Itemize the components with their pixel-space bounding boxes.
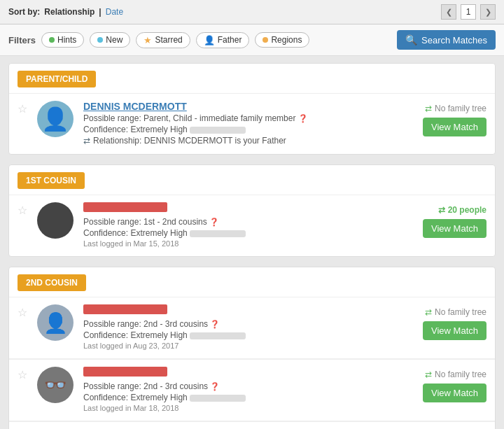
right-col-cousin2b: ⇄ No family tree View Match bbox=[423, 367, 486, 402]
prev-page-button[interactable]: ❮ bbox=[441, 4, 456, 20]
match-card-cousin2a: ☆ 👤 Possible range: 2nd - 3rd cousins ❓ … bbox=[9, 297, 495, 358]
pagination: ❮ 1 ❯ bbox=[441, 4, 496, 20]
filter-hints-label: Hints bbox=[57, 35, 76, 45]
sort-date[interactable]: Date bbox=[106, 7, 123, 17]
star-col-dennis: ☆ bbox=[18, 101, 30, 115]
question-icon-cousin2b[interactable]: ❓ bbox=[210, 382, 220, 391]
star-cousin2a[interactable]: ☆ bbox=[18, 307, 27, 318]
avatar-col-cousin2b: 👓 bbox=[37, 367, 76, 403]
view-match-dennis[interactable]: View Match bbox=[423, 118, 486, 136]
star-cousin1a[interactable]: ☆ bbox=[18, 204, 27, 216]
sort-by-label: Sort by: bbox=[8, 7, 40, 17]
relationship-line-dennis: ⇄ Relationship: DENNIS MCDERMOTT is your… bbox=[83, 136, 416, 146]
tree-icon-dennis: ⇄ bbox=[425, 104, 432, 113]
regions-dot-icon bbox=[262, 37, 268, 43]
info-col-cousin2a: Possible range: 2nd - 3rd cousins ❓ Conf… bbox=[83, 304, 416, 350]
avatar-col-cousin2a: 👤 bbox=[37, 304, 76, 341]
tree-icon-cousin2b: ⇄ bbox=[425, 370, 432, 379]
filter-hints[interactable]: Hints bbox=[41, 32, 84, 48]
redacted-name-cousin1a bbox=[83, 202, 167, 212]
possible-range-cousin2b: Possible range: 2nd - 3rd cousins ❓ bbox=[83, 381, 416, 391]
avatar-dennis: 👤 bbox=[37, 101, 74, 137]
question-icon-dennis[interactable]: ❓ bbox=[298, 114, 308, 122]
confidence-cousin2a: Confidence: Extremely High bbox=[83, 330, 416, 340]
match-card-cousin2c: ☆ 👤 Possible range: 2nd - 3rd cousins ❓ … bbox=[9, 421, 495, 429]
people-icon-cousin1a: ⇄ bbox=[438, 205, 445, 215]
avatar-silhouette-icon-cousin2a: 👤 bbox=[43, 311, 68, 335]
possible-range-cousin2a: Possible range: 2nd - 3rd cousins ❓ bbox=[83, 319, 416, 329]
page-number: 1 bbox=[461, 4, 476, 20]
match-card-dennis: ☆ 👤 DENNIS MCDERMOTT Possible range: Par… bbox=[9, 93, 495, 154]
confidence-cousin2b: Confidence: Extremely High bbox=[83, 393, 416, 402]
sort-separator: | bbox=[99, 7, 101, 17]
match-card-cousin1a: ☆ Possible range: 1st - 2nd cousins ❓ Co… bbox=[9, 195, 495, 256]
right-col-cousin1a: ⇄ 20 people View Match bbox=[423, 202, 486, 238]
starred-star-icon: ★ bbox=[144, 35, 152, 45]
filter-father[interactable]: 👤 Father bbox=[196, 32, 250, 48]
filter-father-label: Father bbox=[218, 35, 242, 45]
sort-bar: Sort by: Relationship | Date ❮ 1 ❯ bbox=[0, 0, 504, 24]
new-dot-icon bbox=[97, 37, 103, 43]
confidence-bar-cousin2a bbox=[190, 332, 246, 339]
last-logged-cousin2a: Last logged in Aug 23, 2017 bbox=[83, 342, 416, 350]
filter-starred[interactable]: ★ Starred bbox=[136, 32, 190, 48]
search-icon: 🔍 bbox=[405, 34, 417, 45]
tree-label-cousin2b: ⇄ No family tree bbox=[425, 370, 486, 379]
avatar-cousin2a: 👤 bbox=[37, 304, 74, 341]
star-col-cousin1a: ☆ bbox=[18, 202, 30, 217]
filter-regions[interactable]: Regions bbox=[255, 32, 309, 48]
filter-bar: Filters Hints New ★ Starred 👤 Father Reg… bbox=[0, 24, 504, 56]
section-header-parent-child: PARENT/CHILD bbox=[18, 71, 96, 87]
possible-range-dennis: Possible range: Parent, Child - immediat… bbox=[83, 113, 416, 123]
match-card-cousin2b: ☆ 👓 Possible range: 2nd - 3rd cousins ❓ … bbox=[9, 359, 495, 421]
section-parent-child: PARENT/CHILD ☆ 👤 DENNIS MCDERMOTT Possib… bbox=[8, 63, 496, 155]
avatar-col-cousin1a bbox=[37, 202, 76, 239]
avatar-cousin2b: 👓 bbox=[37, 367, 74, 403]
section-first-cousin: 1ST COUSIN ☆ Possible range: 1st - 2nd c… bbox=[8, 164, 496, 257]
next-page-button[interactable]: ❯ bbox=[480, 4, 496, 20]
star-col-cousin2a: ☆ bbox=[18, 304, 30, 319]
view-match-cousin1a[interactable]: View Match bbox=[423, 219, 486, 238]
filter-new[interactable]: New bbox=[90, 32, 130, 48]
section-header-second-cousin: 2ND COUSIN bbox=[18, 274, 86, 291]
avatar-cousin1a bbox=[37, 202, 74, 239]
last-logged-cousin1a: Last logged in Mar 15, 2018 bbox=[83, 239, 416, 248]
confidence-bar-cousin2b bbox=[190, 395, 246, 402]
father-person-icon: 👤 bbox=[204, 35, 215, 45]
question-icon-cousin2a[interactable]: ❓ bbox=[210, 320, 220, 328]
confidence-bar-cousin1a bbox=[190, 230, 246, 237]
tree-icon-cousin2a: ⇄ bbox=[425, 307, 432, 317]
section-header-first-cousin: 1ST COUSIN bbox=[18, 172, 85, 189]
view-match-cousin2b[interactable]: View Match bbox=[423, 384, 486, 402]
star-col-cousin2b: ☆ bbox=[18, 367, 30, 381]
search-matches-label: Search Matches bbox=[421, 35, 487, 45]
search-matches-button[interactable]: 🔍 Search Matches bbox=[397, 30, 496, 50]
people-label-cousin1a: ⇄ 20 people bbox=[438, 205, 486, 215]
possible-range-cousin1a: Possible range: 1st - 2nd cousins ❓ bbox=[83, 217, 416, 227]
last-logged-cousin2b: Last logged in Mar 18, 2018 bbox=[83, 404, 416, 412]
main-content: PARENT/CHILD ☆ 👤 DENNIS MCDERMOTT Possib… bbox=[0, 56, 504, 429]
star-cousin2b[interactable]: ☆ bbox=[18, 369, 27, 381]
info-col-cousin1a: Possible range: 1st - 2nd cousins ❓ Conf… bbox=[83, 202, 416, 248]
question-icon-cousin1a[interactable]: ❓ bbox=[209, 218, 219, 226]
hints-dot-icon bbox=[49, 37, 55, 43]
relationship-icon-dennis: ⇄ bbox=[83, 136, 90, 146]
filter-starred-label: Starred bbox=[155, 35, 182, 45]
info-col-cousin2b: Possible range: 2nd - 3rd cousins ❓ Conf… bbox=[83, 367, 416, 412]
filter-new-label: New bbox=[106, 35, 122, 45]
sort-relationship[interactable]: Relationship bbox=[44, 7, 94, 17]
avatar-col-dennis: 👤 bbox=[37, 101, 76, 137]
tree-label-dennis: ⇄ No family tree bbox=[425, 104, 486, 113]
view-match-cousin2a[interactable]: View Match bbox=[423, 321, 486, 340]
star-dennis[interactable]: ☆ bbox=[18, 103, 27, 115]
info-col-dennis: DENNIS MCDERMOTT Possible range: Parent,… bbox=[83, 101, 416, 146]
filters-label: Filters bbox=[8, 35, 36, 45]
confidence-dennis: Confidence: Extremely High bbox=[83, 125, 416, 134]
right-col-dennis: ⇄ No family tree View Match bbox=[423, 101, 486, 136]
right-col-cousin2a: ⇄ No family tree View Match bbox=[423, 304, 486, 340]
filter-controls: Filters Hints New ★ Starred 👤 Father Reg… bbox=[8, 32, 309, 48]
match-name-dennis[interactable]: DENNIS MCDERMOTT bbox=[83, 101, 416, 112]
avatar-silhouette-icon: 👤 bbox=[41, 108, 69, 130]
redacted-name-cousin2b bbox=[83, 367, 167, 377]
avatar-icon-cousin2b: 👓 bbox=[44, 374, 66, 396]
